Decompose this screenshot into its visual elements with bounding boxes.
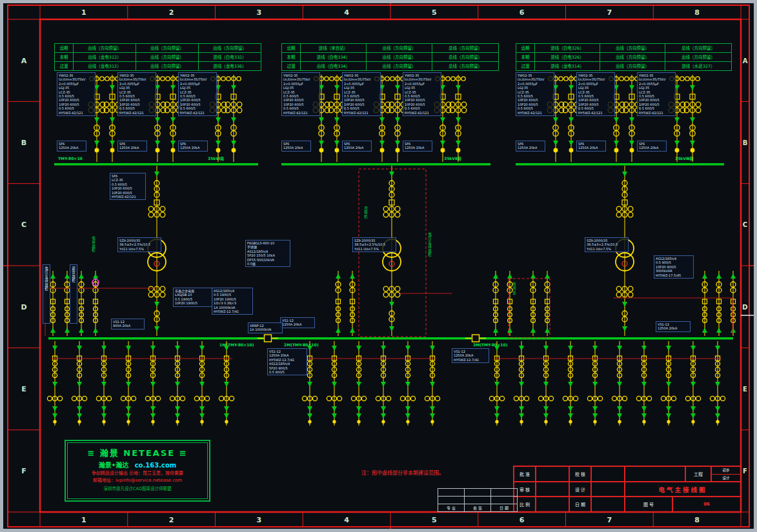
equipment-label-line: HY5WZ-42/121 — [283, 111, 318, 115]
signature-header: 会 签 — [465, 504, 491, 512]
watermark-sub: 瀚景•瀚达 co.163.com — [68, 460, 207, 469]
bay-equipment-label: YW02-35Uc/Um=35/75kV2×0.0055μFLGJ-35LCZ-… — [637, 72, 676, 116]
sf6-breaker-label: SF61250A 20kA — [342, 141, 372, 152]
phase-cell: 本期 — [282, 53, 301, 62]
phase-cell: 过渡 — [282, 62, 301, 71]
tb-design-label: 设 计 — [569, 482, 591, 497]
phase-cell: 本期 — [55, 53, 74, 62]
tb-stage-cell: 初步 设计 — [711, 466, 741, 482]
phase-cell: 过渡 — [516, 62, 535, 71]
phase-cell: 进线（白电326） — [535, 44, 600, 53]
equipment-label: VS1-12900A 20kA — [111, 319, 145, 330]
phase-cell: 出线（方向预留） — [367, 62, 432, 71]
phase-cell: 进线（白电334） — [301, 53, 367, 62]
tb-fig-label: 图 号 — [625, 497, 672, 512]
phase-cell: 出线（龙电312） — [74, 62, 136, 71]
equipment-label-line: 0.5 900/5 — [269, 370, 305, 374]
phase-cell: 总线（方向预留） — [432, 44, 499, 53]
tb-approve-value — [536, 466, 569, 482]
equipment-label-line: HY5WZ-42/121 — [578, 111, 613, 115]
equipment-label-line: 1250A 20kA — [405, 146, 430, 150]
equipment-label-line: 1250A 20kA — [518, 146, 543, 150]
bay-equipment-label: YW02-35Uc/Um=35/75kV2×0.0055μFLGJ-35LCZ-… — [576, 72, 615, 116]
signature-cell — [438, 497, 465, 504]
signature-cell — [438, 489, 465, 497]
bay-name-label: 母联柜 — [363, 206, 368, 219]
equipment-label-line: HY5WZ-42/121 — [119, 111, 154, 115]
equipment-label-line: 10P20 1900/5 — [175, 301, 211, 305]
tb-stage-bottom: 设计 — [712, 475, 740, 482]
phase-cell: 出线（方向预留） — [600, 44, 665, 53]
construction-note: 注：图中虚线部分非本期建设范围。 — [361, 469, 484, 476]
tb-review-value — [536, 482, 569, 497]
equipment-label-line: 1250A 20kA — [344, 146, 370, 150]
phase-cell: 总线（方向预留） — [432, 62, 499, 71]
phase-cell: 进线（白电332） — [199, 53, 261, 62]
equipment-label: SF6LCZ-350.5 600/510P20 600/510P20 600/5… — [110, 173, 146, 200]
signature-cell — [465, 497, 491, 504]
equipment-label-line: HY5WZ-42/121 — [518, 111, 552, 115]
bay-equipment-label: YW02-35Uc/Um=35/75kV2×0.0055μFLGJ-35LCZ-… — [57, 72, 96, 116]
phase-cell: 过渡 — [55, 62, 74, 71]
phase-cell: 出线（方向预留） — [600, 53, 665, 62]
tb-project-value — [625, 466, 685, 482]
signature-header: 专 业 — [438, 504, 465, 512]
tb-project-label: 工程 — [685, 466, 711, 482]
phase-cell: 出线（龙电312） — [74, 53, 136, 62]
cad-drawing: { "window": {"bg": "#aab3bb", "canvas_bg… — [0, 0, 757, 532]
signature-cell — [491, 497, 518, 504]
sf6-breaker-label: SF61250A 20kA — [403, 141, 432, 152]
equipment-label: VS1-121250A 20kAHY5WZ-12.7/41 — [452, 348, 489, 363]
phase-cell: 进线（来自站） — [301, 44, 367, 53]
sf6-breaker-label: SF61250A 20kA — [637, 141, 667, 152]
equipment-label: VS1-121250A 20kAHY5WZ-12.7/41AS12/185h/4… — [267, 348, 307, 375]
sf6-breaker-label: SF61250A 20kA — [281, 141, 311, 152]
equipment-label-line: HY5WZ-42/121 — [59, 111, 94, 115]
equipment-label-line: Yd11 Ud=7.5% — [354, 247, 394, 251]
bay-equipment-label: YW02-35Uc/Um=35/75kV2×0.0055μFLGJ-35LCZ-… — [516, 72, 554, 116]
watermark-site-link[interactable]: co.163.com — [135, 462, 177, 469]
phase-cell: 远期 — [516, 44, 535, 53]
phase-cell: 出线（方向预留） — [367, 53, 432, 62]
phase-line-table-3: 远期进线（白电326）出线（方向预留）总线（方向预留）本期进线（白电326）出线… — [516, 43, 732, 71]
phase-cell: 出线（方向预留） — [136, 44, 199, 53]
bay-equipment-label: YW02-35Uc/Um=35/75kV2×0.0055μFLGJ-35LCZ-… — [281, 72, 320, 116]
phase-cell: 出线（方向预留） — [665, 53, 732, 62]
equipment-label-line: HY5WZ-42/121 — [180, 111, 215, 115]
equipment-label: SZ9-2000/3538.5±3×2.5%/10.5Yd11 Ud=7.5% — [352, 237, 396, 252]
equipment-label: AS12/185h/40.5 1900/510P20 1900/510/√3 0… — [212, 288, 253, 315]
equipment-label-line: 900A 20kA — [113, 324, 143, 328]
phase-cell: 远期 — [55, 44, 74, 53]
cabinet-label: 电压互感器柜 — [43, 264, 50, 324]
sf6-breaker-label: SF61250A 20kA — [117, 141, 147, 152]
bay-equipment-label: YW02-35Uc/Um=35/75kV2×0.0055μFLGJ-35LCZ-… — [117, 72, 156, 116]
equipment-label-line: HY5WZ-42/121 — [344, 111, 379, 115]
equipment-label-line: HY5WZ-42/121 — [112, 195, 144, 199]
tb-date-value — [591, 497, 625, 512]
signature-cell — [465, 489, 491, 497]
tb-date-label: 日 期 — [569, 497, 591, 512]
cabinet-label: 避雷器柜 — [70, 264, 77, 324]
phase-cell: 出线（白电334） — [301, 62, 367, 71]
equipment-label-line: HY5WZ-42/121 — [405, 111, 439, 115]
phase-cell: 总线（方向预留） — [665, 44, 732, 53]
equipment-label: VS1-121250A 20kA — [280, 317, 315, 328]
sf6-breaker-label: SF61250A 20kA — [178, 141, 208, 152]
phase-cell: 远期 — [282, 44, 301, 53]
equipment-label-line: 1250A 20kA — [283, 146, 309, 150]
title-block: 批 准 校 核 审 核 设 计 比 例 日 期 工程 初步 设计 电气主接线图 … — [513, 466, 742, 513]
equipment-label: XRNP-121A 10000kVA — [248, 322, 283, 333]
equipment-label-line: HY5WZ-12.7/41 — [454, 358, 487, 362]
phase-cell: 进线（白电326） — [535, 53, 600, 62]
bay-name-label: 电压互感器柜 — [427, 232, 432, 257]
signature-grid: 专 业会 签日 期 — [438, 488, 518, 512]
equipment-label-line: Yd11 Ud=7.5% — [119, 247, 159, 251]
tb-check-value — [591, 466, 625, 482]
equipment-label-line: 1250A 20kA — [658, 326, 689, 330]
phase-line-table-1: 远期出线（方向预留）出线（方向预留）出线（方向预留）本期出线（龙电312）出线（… — [54, 43, 261, 71]
tb-stage-top: 初步 — [712, 467, 740, 475]
equipment-label-line: 1250A 20kA — [119, 146, 145, 150]
tb-scale-value — [536, 497, 569, 512]
sf6-breaker-label: SF61250A 20kA — [576, 141, 606, 152]
phase-cell: 出线（方向预留） — [136, 53, 199, 62]
